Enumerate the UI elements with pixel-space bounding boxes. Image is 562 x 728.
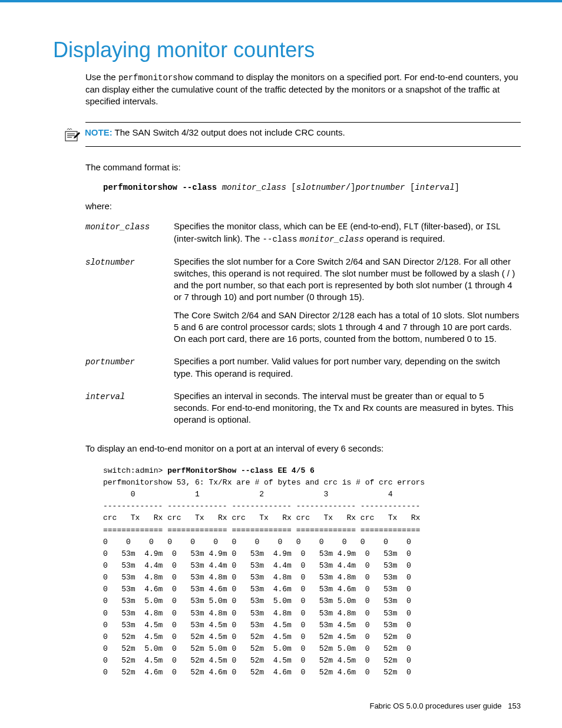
param-row: interval Specifies an interval in second… [85, 390, 521, 432]
inline-code: --class [263, 235, 297, 244]
intro-paragraph: Use the perfmonitorshow command to displ… [85, 71, 521, 107]
divider [85, 146, 521, 147]
param-desc: Specifies an interval in seconds. The in… [174, 390, 521, 432]
inline-code: EE [338, 222, 348, 232]
text: ] [455, 183, 459, 192]
divider [85, 122, 521, 123]
footer-guide: Fabric OS 5.0.0 procedures user guide [369, 701, 501, 710]
note-text: NOTE: The SAN Switch 4/32 output does no… [85, 127, 345, 137]
inline-code: ISL [486, 222, 501, 232]
text: The SAN Switch 4/32 output does not incl… [113, 127, 345, 137]
note-line: NOTE: The SAN Switch 4/32 output does no… [65, 127, 521, 141]
param-term: interval [85, 390, 174, 403]
text: Specifies the slot number for a Core Swi… [174, 256, 521, 304]
param-term: portnumber [85, 355, 174, 368]
text: slotnumber [296, 183, 346, 192]
footer-page: 153 [508, 701, 521, 710]
text: /] [346, 183, 356, 192]
param-row: monitor_class Specifies the monitor clas… [85, 220, 521, 251]
inline-code: perfmonitorshow [118, 73, 193, 83]
code-block: switch:admin> perfMonitorShow --class EE… [103, 465, 521, 679]
text: interval [415, 183, 454, 192]
where-label: where: [85, 200, 521, 212]
page: Displaying monitor counters Use the perf… [0, 0, 562, 728]
param-desc: Specifies a port number. Valid values fo… [174, 355, 521, 386]
text: perfmonitorshow --class [103, 183, 217, 192]
text: The Core Switch 2/64 and SAN Director 2/… [174, 309, 521, 345]
note-block: NOTE: The SAN Switch 4/32 output does no… [41, 122, 521, 147]
inline-code: monitor_class [300, 235, 364, 244]
text: portnumber [356, 183, 410, 192]
param-term: slotnumber [85, 256, 174, 268]
param-term: monitor_class [85, 220, 174, 233]
note-label: NOTE: [85, 127, 113, 137]
inline-code: FLT [404, 222, 418, 232]
display-sentence: To display an end-to-end monitor on a po… [85, 443, 521, 454]
note-icon [65, 129, 80, 141]
text: Specifies an interval in seconds. The in… [174, 390, 521, 426]
text: Use the [85, 72, 118, 82]
param-desc: Specifies the monitor class, which can b… [174, 220, 521, 251]
command-syntax: perfmonitorshow --class monitor_class [s… [103, 181, 521, 193]
text: operand is required. [364, 233, 445, 243]
param-row: slotnumber Specifies the slot number for… [85, 256, 521, 351]
param-desc: Specifies the slot number for a Core Swi… [174, 256, 521, 351]
text: monitor_class [217, 183, 291, 192]
command-format-label: The command format is: [85, 162, 521, 173]
text: Specifies a port number. Valid values fo… [174, 355, 521, 380]
page-footer: Fabric OS 5.0.0 procedures user guide 15… [369, 701, 521, 710]
page-title: Displaying monitor counters [53, 38, 521, 62]
param-row: portnumber Specifies a port number. Vali… [85, 355, 521, 386]
text: Specifies the monitor class, which can b… [174, 221, 338, 231]
text: (inter-switch link). The [174, 233, 263, 243]
section-body: The command format is: perfmonitorshow -… [85, 162, 521, 678]
section-body: Use the perfmonitorshow command to displ… [85, 71, 521, 107]
text: [ [291, 183, 296, 192]
text: (end-to-end), [348, 221, 404, 231]
text: (filter-based), or [419, 221, 486, 231]
